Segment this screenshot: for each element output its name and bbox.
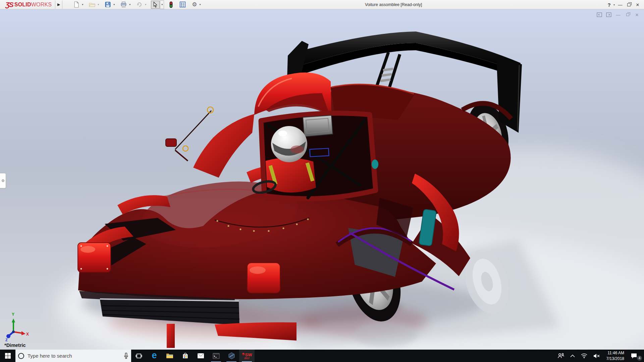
restore-icon bbox=[627, 3, 631, 6]
mail-button[interactable] bbox=[193, 350, 208, 362]
solidworks-2017-button[interactable]: SW 2017 bbox=[239, 350, 255, 362]
print-dropdown[interactable]: ▾ bbox=[128, 1, 131, 9]
restore-button[interactable] bbox=[625, 1, 633, 9]
clock-date: 7/13/2018 bbox=[606, 356, 624, 361]
save-dropdown[interactable]: ▾ bbox=[112, 1, 116, 9]
undo-button[interactable] bbox=[135, 1, 144, 9]
help-dropdown[interactable]: ▾ bbox=[612, 1, 616, 9]
document-title: Voiture assomblee [Read-only] bbox=[365, 0, 422, 9]
brand-solid: SOLID bbox=[14, 2, 31, 8]
sw-year-label: 2017 bbox=[244, 357, 250, 359]
taskbar: e bbox=[0, 350, 644, 362]
graphics-viewport[interactable]: — ✕ Y X Z *Dimetric bbox=[0, 9, 644, 350]
solidworks-logo-icon: ƷS bbox=[5, 1, 13, 9]
undo-dropdown[interactable]: ▾ bbox=[144, 1, 147, 9]
search-input[interactable] bbox=[27, 353, 121, 359]
printer-icon bbox=[120, 1, 127, 8]
y-axis-label: Y bbox=[12, 312, 14, 317]
edrawings-button[interactable] bbox=[224, 350, 239, 362]
previous-pane-button[interactable] bbox=[596, 11, 603, 18]
titlebar: ƷS SOLIDWORKS ▶ ▾ ▾ bbox=[0, 0, 644, 9]
driver-helmet bbox=[271, 126, 307, 162]
solidworks-taskbar-icon: SW 2017 bbox=[242, 353, 252, 359]
open-button[interactable] bbox=[88, 1, 96, 9]
minimize-button[interactable]: — bbox=[616, 1, 625, 9]
view-palette-icon bbox=[179, 1, 186, 8]
windows-logo-icon bbox=[5, 353, 11, 359]
notification-badge: 4 bbox=[637, 356, 642, 361]
document-window-controls: — ✕ bbox=[596, 11, 641, 18]
file-explorer-icon bbox=[166, 353, 173, 359]
desktop: ƷS SOLIDWORKS ▶ ▾ ▾ bbox=[0, 0, 644, 362]
z-axis-label: Z bbox=[5, 338, 8, 342]
y-axis-arrow bbox=[12, 318, 15, 322]
select-tool-dropdown[interactable]: ▾ bbox=[160, 0, 164, 9]
new-document-dropdown[interactable]: ▾ bbox=[81, 1, 84, 9]
options-dropdown[interactable]: ▾ bbox=[199, 1, 202, 9]
display-states-button[interactable] bbox=[168, 1, 174, 9]
wifi-icon bbox=[581, 353, 587, 358]
volume-muted-icon bbox=[593, 353, 600, 359]
flyout-arrow-icon: ▶ bbox=[57, 2, 60, 7]
x-axis-label: X bbox=[26, 332, 29, 337]
new-document-button[interactable] bbox=[72, 1, 80, 9]
sw-label: SW bbox=[245, 353, 252, 357]
gear-icon: ⚙ bbox=[192, 2, 197, 7]
hidden-icons-button[interactable] bbox=[567, 350, 578, 362]
system-tray: 11:46 AM 7/13/2018 4 bbox=[554, 350, 644, 362]
microphone-icon[interactable] bbox=[124, 353, 128, 359]
solidworks-logo: ƷS SOLIDWORKS bbox=[0, 0, 55, 9]
doc-minimize-button[interactable]: — bbox=[614, 11, 622, 18]
feature-manager-tab[interactable] bbox=[0, 173, 6, 188]
network-button[interactable] bbox=[578, 350, 590, 362]
taskbar-search[interactable] bbox=[15, 350, 131, 362]
close-button[interactable]: ✕ bbox=[633, 1, 642, 9]
orientation-triad: Y X Z bbox=[4, 311, 30, 342]
chevron-up-icon bbox=[570, 355, 575, 357]
quick-access-toolbar: ▾ ▾ ▾ bbox=[72, 0, 202, 9]
view-orientation-label: *Dimetric bbox=[4, 343, 26, 348]
menu-flyout-button[interactable]: ▶ bbox=[55, 1, 62, 9]
help-button[interactable]: ? bbox=[606, 1, 612, 9]
people-button[interactable] bbox=[554, 350, 567, 362]
next-pane-icon bbox=[606, 12, 611, 17]
edge-button[interactable]: e bbox=[147, 350, 162, 362]
undo-arrow-icon bbox=[136, 1, 143, 8]
doc-restore-button[interactable] bbox=[624, 11, 631, 18]
new-document-icon bbox=[73, 1, 79, 8]
previous-pane-icon bbox=[597, 12, 602, 17]
select-tool-button[interactable] bbox=[151, 1, 160, 9]
view-palette-button[interactable] bbox=[178, 1, 187, 9]
options-button[interactable]: ⚙ bbox=[191, 1, 198, 9]
store-icon bbox=[182, 353, 189, 359]
edrawings-hexagon-icon bbox=[228, 352, 235, 359]
3d-scene[interactable] bbox=[0, 9, 644, 350]
action-center-button[interactable]: 4 bbox=[628, 350, 643, 362]
doc-restore-icon bbox=[626, 13, 629, 16]
window-controls: ? ▾ — ✕ bbox=[606, 0, 644, 9]
splitter-post bbox=[167, 324, 175, 348]
save-button[interactable] bbox=[104, 1, 112, 9]
store-button[interactable] bbox=[177, 350, 193, 362]
clock-time: 11:46 AM bbox=[607, 350, 624, 356]
doc-close-button[interactable]: ✕ bbox=[633, 11, 641, 18]
panel-tab-handle-icon bbox=[2, 179, 4, 182]
solidworks-cube-icon bbox=[242, 353, 245, 356]
traffic-light-icon bbox=[169, 1, 173, 8]
cortana-icon bbox=[18, 353, 24, 359]
clock[interactable]: 11:46 AM 7/13/2018 bbox=[603, 350, 628, 362]
x-axis-arrow bbox=[21, 331, 25, 335]
sketch-point bbox=[183, 146, 188, 151]
open-folder-icon bbox=[89, 1, 95, 8]
people-icon bbox=[557, 353, 564, 359]
print-button[interactable] bbox=[119, 1, 128, 9]
command-prompt-button[interactable] bbox=[208, 350, 224, 362]
task-view-button[interactable] bbox=[131, 350, 147, 362]
volume-button[interactable] bbox=[590, 350, 603, 362]
open-dropdown[interactable]: ▾ bbox=[97, 1, 100, 9]
next-pane-button[interactable] bbox=[605, 11, 612, 18]
save-floppy-icon bbox=[105, 1, 111, 8]
start-button[interactable] bbox=[0, 350, 15, 362]
task-view-icon bbox=[136, 353, 142, 359]
file-explorer-button[interactable] bbox=[162, 350, 177, 362]
